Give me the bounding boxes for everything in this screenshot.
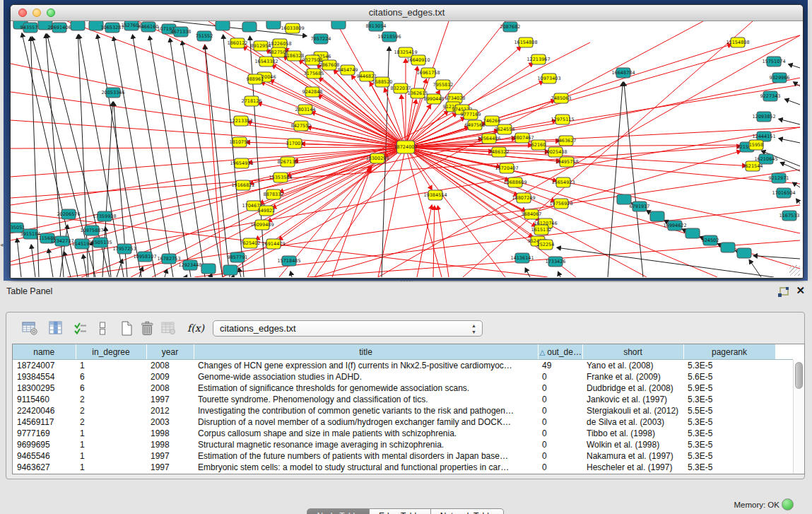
table-cell[interactable]: 2008 (146, 382, 194, 394)
table-cell[interactable]: 0 (538, 439, 582, 450)
table-row[interactable]: 946554611997Estimation of the future num… (13, 450, 793, 462)
table-cell[interactable]: 5.9E-5 (683, 382, 775, 394)
table-cell[interactable]: 22420046 (13, 405, 76, 416)
table-cell[interactable]: 0 (538, 371, 582, 382)
create-table-icon[interactable] (121, 318, 133, 338)
table-cell[interactable]: de Silva et al. (2003) (582, 416, 683, 428)
table-row[interactable]: 977716911998Corpus callosum shape and si… (13, 428, 793, 439)
scrollbar-thumb[interactable] (795, 362, 803, 389)
table-row[interactable]: 911546021997Tourette syndrome. Phenomeno… (13, 394, 793, 405)
table-row[interactable]: 946362711997Embryonic stem cells: a mode… (13, 462, 793, 473)
table-cell[interactable]: 0 (538, 405, 582, 416)
table-cell[interactable]: 1 (76, 428, 146, 439)
table-row[interactable]: 2242004622012Investigating the contribut… (13, 405, 793, 416)
table-cell[interactable]: Disruption of a novel member of a sodium… (194, 416, 538, 428)
close-panel-icon[interactable]: ✕ (796, 284, 805, 297)
column-header-year[interactable]: year (146, 344, 194, 360)
table-row[interactable]: 1830029562008Estimation of significance … (13, 382, 793, 394)
table-row[interactable]: 969969511998Structural magnetic resonanc… (13, 439, 793, 450)
function-builder-icon[interactable]: f(x) (187, 318, 204, 338)
tab-edge-table[interactable]: Edge Table (370, 508, 431, 514)
column-header-in_degree[interactable]: in_degree (76, 344, 146, 360)
table-row[interactable]: 1872400712008Changes of HCN gene express… (13, 360, 793, 372)
table-cell[interactable]: 5.3E-5 (683, 360, 775, 372)
table-cell[interactable]: 9465546 (13, 450, 76, 462)
table-cell[interactable]: 5.6E-5 (683, 371, 775, 382)
table-cell[interactable]: 0 (538, 450, 582, 462)
table-cell[interactable]: 1998 (146, 428, 194, 439)
import-table-icon[interactable] (161, 318, 176, 338)
network-view[interactable]: 9435572206914061065328715276026466160107… (11, 21, 801, 277)
table-cell[interactable]: 1998 (146, 439, 194, 450)
table-cell[interactable]: 9777169 (13, 428, 76, 439)
table-cell[interactable]: 18300295 (13, 382, 76, 394)
table-cell[interactable]: Stergiakouli et al. (2012) (582, 405, 683, 416)
table-cell[interactable]: Embryonic stem cells: a model to study s… (194, 462, 538, 473)
table-cell[interactable]: Estimation of the future numbers of pati… (194, 450, 538, 462)
table-cell[interactable]: 9115460 (13, 394, 76, 405)
table-cell[interactable]: 5.3E-5 (683, 450, 775, 462)
table-cell[interactable]: 5.3E-5 (683, 439, 775, 450)
column-header-title[interactable]: title (194, 344, 538, 360)
column-header-name[interactable]: name (13, 344, 76, 360)
table-cell[interactable]: Yano et al. (2008) (582, 360, 683, 372)
table-cell[interactable]: 5.5E-5 (683, 405, 775, 416)
table-cell[interactable]: 1 (76, 462, 146, 473)
column-header-pagerank[interactable]: pagerank (683, 344, 775, 360)
tab-network-table[interactable]: Network Table (431, 508, 504, 514)
collapse-panel-arrow-icon[interactable]: ◂ (0, 241, 4, 248)
network-window-titlebar[interactable]: citations_edges.txt (11, 5, 803, 21)
table-cell[interactable]: 2003 (146, 416, 194, 428)
table-cell[interactable]: 5.3E-5 (683, 394, 775, 405)
window-resize-grip[interactable] (789, 265, 800, 276)
network-window[interactable]: citations_edges.txt 94355722069140610653… (10, 4, 804, 279)
float-panel-icon[interactable] (777, 287, 789, 298)
table-cell[interactable]: 2 (76, 405, 146, 416)
table-cell[interactable]: 1997 (146, 462, 194, 473)
tab-node-table[interactable]: Node Table (307, 508, 370, 514)
table-cell[interactable]: 0 (538, 382, 582, 394)
table-settings-icon[interactable] (22, 318, 39, 338)
table-cell[interactable]: 18724007 (13, 360, 76, 372)
table-cell[interactable]: 5.3E-5 (683, 462, 775, 473)
table-cell[interactable]: 2009 (146, 371, 194, 382)
table-cell[interactable]: 1997 (146, 394, 194, 405)
select-all-icon[interactable] (73, 318, 88, 338)
table-cell[interactable]: 19384554 (13, 371, 76, 382)
table-cell[interactable]: 5.3E-5 (683, 416, 775, 428)
unselect-rows-icon[interactable] (99, 318, 107, 338)
delete-table-icon[interactable] (140, 318, 154, 338)
table-selector-dropdown[interactable]: citations_edges.txt ▲▼ (213, 320, 483, 337)
table-cell[interactable]: Investigating the contribution of common… (194, 405, 538, 416)
table-cell[interactable]: Corpus callosum shape and size in male p… (194, 428, 538, 439)
column-header-out_de[interactable]: △out_de… (538, 344, 582, 360)
table-cell[interactable]: 9699695 (13, 439, 76, 450)
table-cell[interactable]: 0 (538, 462, 582, 473)
table-cell[interactable]: 2008 (146, 360, 194, 372)
table-cell[interactable]: 14569117 (13, 416, 76, 428)
table-cell[interactable]: Wolkin et al. (1998) (582, 439, 683, 450)
table-cell[interactable]: 2 (76, 394, 146, 405)
table-cell[interactable]: 5.3E-5 (683, 428, 775, 439)
table-cell[interactable]: Changes of HCN gene expression and I(f) … (194, 360, 538, 372)
table-cell[interactable]: 49 (538, 360, 582, 372)
table-cell[interactable]: 6 (76, 382, 146, 394)
table-cell[interactable]: 1 (76, 450, 146, 462)
table-row[interactable]: 1456911722003Disruption of a novel membe… (13, 416, 793, 428)
table-row[interactable]: 1938455462009Genome-wide association stu… (13, 371, 793, 382)
table-cell[interactable]: Structural magnetic resonance image aver… (194, 439, 538, 450)
table-cell[interactable]: 0 (538, 428, 582, 439)
table-cell[interactable]: Tourette syndrome. Phenomenology and cla… (194, 394, 538, 405)
table-cell[interactable]: Franke et al. (2009) (582, 371, 683, 382)
table-cell[interactable]: Dudbridge et al. (2008) (582, 382, 683, 394)
table-cell[interactable]: 1 (76, 360, 146, 372)
table-cell[interactable]: Estimation of significance thresholds fo… (194, 382, 538, 394)
table-cell[interactable]: 2012 (146, 405, 194, 416)
table-cell[interactable]: Jankovic et al. (1997) (582, 394, 683, 405)
table-cell[interactable]: Nakamura et al. (1997) (582, 450, 683, 462)
table-vertical-scrollbar[interactable] (793, 360, 804, 474)
column-header-short[interactable]: short (582, 344, 683, 360)
table-cell[interactable]: Genome-wide association studies in ADHD. (194, 371, 538, 382)
table-cell[interactable]: Hescheler et al. (1997) (582, 462, 683, 473)
table-cell[interactable]: 1997 (146, 450, 194, 462)
